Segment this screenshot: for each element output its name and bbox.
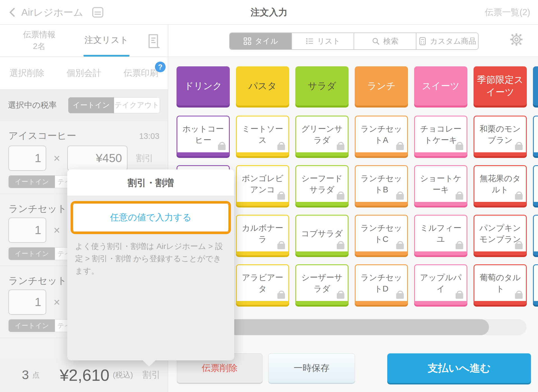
- bag-icon: [456, 293, 463, 299]
- product-label: コブサラダ: [301, 228, 343, 239]
- eat-in-option[interactable]: イートイン: [9, 248, 55, 260]
- bag-icon: [456, 194, 463, 200]
- product-tile[interactable]: シーザーサラダ: [295, 264, 349, 305]
- product-tile[interactable]: 葡萄のタルト: [474, 264, 527, 305]
- total-discount-button[interactable]: 割引: [142, 369, 160, 381]
- category-tile-extra[interactable]: [533, 66, 538, 106]
- tax-rate-row: 選択中の税率 イートイン テイクアウト: [0, 90, 168, 121]
- product-tile[interactable]: ミルフィーユ: [414, 215, 467, 255]
- order-entry-screen: Airレジホーム 注文入力 伝票一覧(2) 伝票情報 2名 注文リスト: [0, 0, 538, 392]
- product-tile[interactable]: [533, 165, 538, 206]
- category-tile-pasta[interactable]: パスタ: [236, 66, 289, 106]
- product-tile[interactable]: パンプキンモンブラン: [474, 215, 527, 255]
- bag-icon: [396, 144, 404, 150]
- eat-in-option[interactable]: イートイン: [9, 319, 55, 332]
- product-tile[interactable]: 無花果のタルト: [474, 165, 527, 206]
- product-tile[interactable]: [533, 215, 538, 255]
- tab-slip-info[interactable]: 伝票情報 2名: [17, 29, 62, 52]
- product-tile[interactable]: [533, 116, 538, 156]
- bag-icon: [337, 244, 344, 249]
- delete-selected-button[interactable]: 選択削除: [10, 67, 44, 79]
- category-tile-drink[interactable]: ドリンク: [177, 66, 230, 106]
- tile-view-label: タイル: [255, 36, 278, 46]
- product-tile[interactable]: チョコレートケーキ: [414, 116, 467, 156]
- bag-icon: [456, 144, 463, 150]
- product-tile[interactable]: コブサラダ: [295, 215, 349, 255]
- proceed-to-payment-button[interactable]: 支払いへ進む: [387, 353, 531, 383]
- enter-custom-value-button[interactable]: 任意の値で入力する: [71, 201, 231, 234]
- product-tile[interactable]: グリーンサラダ: [295, 116, 349, 156]
- tab-custom-product[interactable]: カスタム商品: [416, 33, 478, 49]
- item-time: 13:03: [139, 132, 159, 141]
- tax-rate-toggle[interactable]: イートイン テイクアウト: [68, 97, 160, 113]
- enter-custom-value-label: 任意の値で入力する: [73, 204, 228, 232]
- slip-list-button[interactable]: 伝票一覧(2): [485, 0, 530, 25]
- top-bar: Airレジホーム 注文入力 伝票一覧(2): [0, 0, 538, 25]
- page-title: 注文入力: [0, 0, 538, 25]
- eat-in-option[interactable]: イートイン: [9, 176, 55, 188]
- product-tile[interactable]: 和栗のモンブラン: [474, 116, 527, 156]
- take-out-option[interactable]: テイクアウト: [114, 97, 160, 113]
- product-tile[interactable]: カルボナーラ: [236, 215, 289, 255]
- product-tile[interactable]: ボンゴレビアンコ: [236, 165, 289, 206]
- custom-product-label: カスタム商品: [430, 36, 476, 46]
- tab-tile-view[interactable]: タイル: [230, 33, 291, 49]
- category-tile-lunch[interactable]: ランチ: [355, 66, 408, 106]
- category-tile-seasonal-sweets[interactable]: 季節限定スイーツ: [474, 66, 527, 106]
- help-badge[interactable]: ?: [155, 62, 166, 72]
- bag-icon: [396, 293, 404, 299]
- slip-info-label: 伝票情報: [17, 29, 62, 40]
- category-tile-sweets[interactable]: スイーツ: [414, 66, 467, 106]
- quantity-field[interactable]: 1: [8, 218, 46, 243]
- item-name: ランチセット: [8, 274, 67, 287]
- grid-icon: [243, 37, 252, 45]
- bag-icon: [456, 244, 463, 249]
- product-tile[interactable]: [533, 264, 538, 305]
- tab-list-view[interactable]: リスト: [291, 33, 354, 49]
- item-discount-link[interactable]: 割引: [136, 152, 153, 164]
- bag-icon: [515, 144, 523, 150]
- gear-icon[interactable]: [508, 31, 525, 48]
- bag-icon: [277, 144, 285, 150]
- discount-popover: 割引・割増 任意の値で入力する よく使う割引・割増は Airレジホーム > 設定…: [67, 169, 234, 360]
- bag-icon: [396, 194, 404, 200]
- quantity-field[interactable]: 1: [8, 290, 46, 315]
- bag-icon: [337, 144, 344, 150]
- popover-note: よく使う割引・割増は Airレジホーム > 設定 > 割引・割増 から登録するこ…: [75, 240, 228, 277]
- product-tile[interactable]: ランチセットA: [355, 116, 408, 156]
- tab-search[interactable]: 検索: [354, 33, 416, 49]
- product-toolbar: タイル リスト 検索: [168, 25, 538, 57]
- product-tile[interactable]: ホットコーヒー: [177, 116, 230, 156]
- price-field[interactable]: ¥450: [67, 146, 127, 171]
- print-slip-button[interactable]: 伝票印刷 ?: [124, 67, 158, 79]
- product-tile[interactable]: ランチセットD: [355, 264, 408, 305]
- total-item-count: 3: [22, 368, 29, 382]
- product-tile[interactable]: アップルパイ: [414, 264, 467, 305]
- print-slip-label: 伝票印刷: [124, 68, 158, 78]
- bag-icon: [218, 144, 226, 150]
- split-bill-button[interactable]: 個別会計: [67, 67, 101, 79]
- category-tile-salad[interactable]: サラダ: [295, 66, 349, 106]
- bag-icon: [277, 293, 285, 299]
- category-row: ドリンク パスタ サラダ ランチ スイーツ 季節限定スイーツ: [177, 66, 538, 106]
- product-tile[interactable]: ショートケーキ: [414, 165, 467, 206]
- multiply-sign: ×: [54, 224, 60, 237]
- bag-icon: [396, 244, 404, 249]
- product-row: ホットコーヒー ミートソース グリーンサラダ ランチセットA チョコレートケーキ…: [177, 116, 538, 156]
- multiply-sign: ×: [54, 296, 60, 309]
- quantity-field[interactable]: 1: [8, 146, 46, 171]
- item-name: アイスコーヒー: [8, 129, 76, 142]
- bag-icon: [515, 293, 523, 299]
- product-tile[interactable]: シーフードサラダ: [295, 165, 349, 206]
- product-tile[interactable]: ランチセットC: [355, 215, 408, 255]
- product-tile[interactable]: ミートソース: [236, 116, 289, 156]
- tab-order-list[interactable]: 注文リスト: [81, 25, 132, 57]
- calculator-icon: [418, 37, 427, 45]
- slip-action-row: 選択削除 個別会計 伝票印刷 ?: [0, 57, 168, 90]
- bag-icon: [337, 293, 344, 299]
- eat-in-option[interactable]: イートイン: [68, 97, 114, 113]
- product-tile[interactable]: ランチセットB: [355, 165, 408, 206]
- product-tile[interactable]: アラビアータ: [236, 264, 289, 305]
- receipt-list-icon[interactable]: [146, 33, 161, 49]
- temp-save-button[interactable]: 一時保存: [268, 353, 355, 383]
